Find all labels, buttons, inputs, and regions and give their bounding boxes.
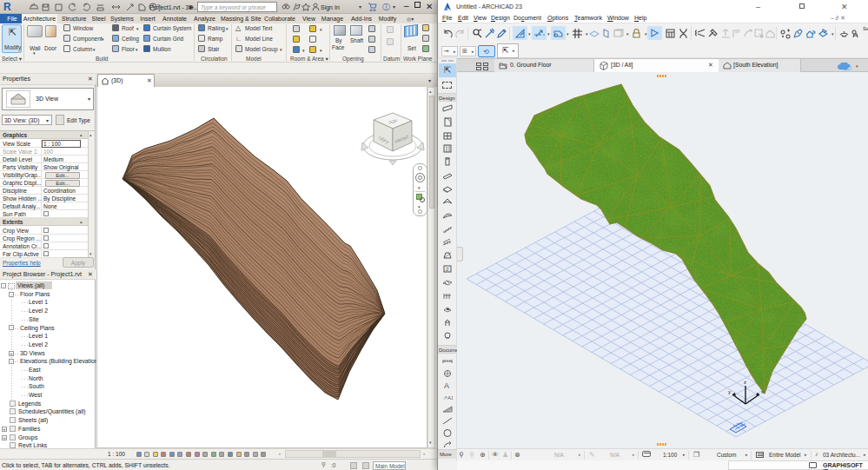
svg-text:y: y xyxy=(728,389,731,394)
svg-text:Z: Z xyxy=(446,267,449,272)
svg-text:x: x xyxy=(761,389,764,394)
svg-text:z: z xyxy=(744,380,746,385)
svg-text:A: A xyxy=(444,381,449,390)
svg-text:↗A1: ↗A1 xyxy=(443,395,453,400)
